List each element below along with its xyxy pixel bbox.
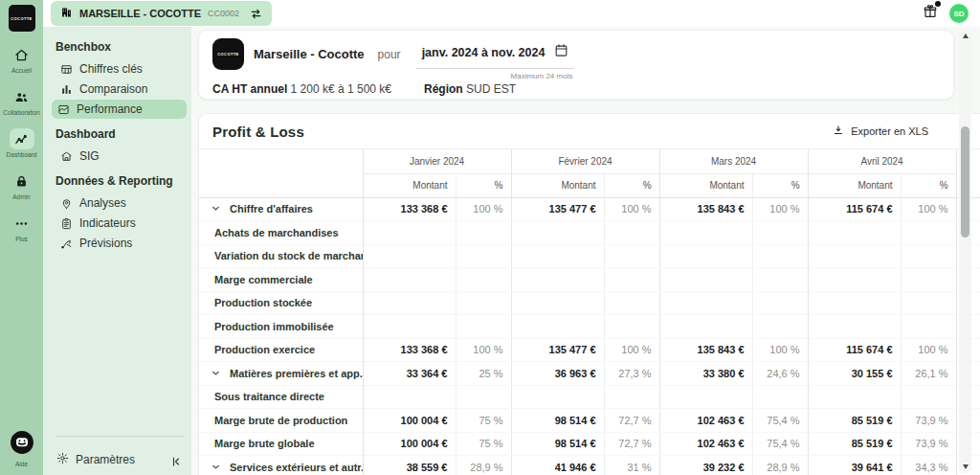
rail-item-plus[interactable]: Plus xyxy=(3,213,39,242)
row-label-cell[interactable]: Matières premières et app... xyxy=(199,362,363,386)
sidebar-item-indicateurs[interactable]: Indicateurs xyxy=(55,214,187,233)
amount-cell xyxy=(363,315,456,339)
percent-cell xyxy=(901,244,956,268)
table-row-production-stockee: Production stockée xyxy=(199,291,980,315)
pour-label: pour xyxy=(378,48,401,61)
left-rail: COCOTTE Accueil Collaboration Dashboard … xyxy=(0,0,43,475)
clipboard-icon xyxy=(60,217,73,230)
collapse-sidebar-button[interactable] xyxy=(170,454,182,471)
percent-cell: 100 % xyxy=(604,197,659,221)
row-label-cell[interactable]: Chiffre d'affaires xyxy=(199,197,363,221)
amount-cell xyxy=(511,244,604,268)
percent-header: % xyxy=(752,173,808,197)
percent-cell: 75 % xyxy=(456,432,511,456)
sidebar-section: Données & Reporting Analyses Indicateurs… xyxy=(43,167,191,253)
date-range-picker[interactable]: janv. 2024 à nov. 2024 Maximum 24 mois xyxy=(416,38,575,80)
app-logo[interactable]: COCOTTE xyxy=(9,5,35,32)
row-label-cell[interactable]: Services extérieurs et autr... xyxy=(199,456,363,475)
performance-icon xyxy=(57,103,70,116)
amount-header: Montant xyxy=(511,173,604,197)
amount-cell xyxy=(511,221,604,245)
scrollbar-thumb[interactable] xyxy=(961,126,969,238)
sidebar-item-comparaison[interactable]: Comparaison xyxy=(55,79,187,99)
vertical-scrollbar[interactable] xyxy=(959,29,971,473)
amount-cell: 36 963 € xyxy=(511,362,604,386)
amount-cell xyxy=(511,315,604,339)
amount-cell xyxy=(511,268,604,292)
gift-icon xyxy=(923,4,938,23)
section-heading: Données & Reporting xyxy=(43,167,191,192)
company-code: CC0002 xyxy=(208,9,239,18)
scroll-up-arrow[interactable] xyxy=(959,30,971,41)
lock-icon xyxy=(10,170,34,192)
pin-icon xyxy=(60,197,73,210)
row-label-cell: Sous traitance directe xyxy=(199,385,363,409)
amount-cell xyxy=(511,385,604,409)
table-row-variation-du-stock-de-marchan: Variation du stock de marchan... xyxy=(199,244,980,268)
percent-cell: 75 % xyxy=(456,409,511,433)
amount-header: Montant xyxy=(659,173,752,197)
percent-header: % xyxy=(901,173,956,197)
percent-cell xyxy=(604,315,659,339)
amount-cell: 85 519 € xyxy=(808,432,901,456)
main-content: COCOTTE Marseille - Cocotte pour janv. 2… xyxy=(191,27,980,475)
sidebar-item-sig[interactable]: SIG xyxy=(55,147,187,166)
help-button[interactable]: Aide xyxy=(0,430,43,467)
percent-cell xyxy=(604,385,659,409)
percent-cell: 27,3 % xyxy=(604,362,659,386)
percent-cell: 73,9 % xyxy=(901,409,956,433)
rail-item-admin[interactable]: Admin xyxy=(3,170,39,200)
table-row-production-exercice: Production exercice133 368 €100 %135 477… xyxy=(199,338,980,362)
amount-cell xyxy=(659,315,752,339)
date-range-hint: Maximum 24 mois xyxy=(416,72,575,80)
percent-cell xyxy=(752,291,808,315)
row-label-cell: Production exercice xyxy=(199,338,363,362)
rail-item-accueil[interactable]: Accueil xyxy=(3,44,39,74)
percent-cell: 31 % xyxy=(604,456,659,475)
settings-label: Paramètres xyxy=(76,453,135,466)
amount-cell: 39 641 € xyxy=(808,456,901,475)
row-label-cell: Marge brute globale xyxy=(199,432,363,456)
forecast-icon xyxy=(60,238,73,250)
sidebar-item-chiffres-cles[interactable]: Chiffres clés xyxy=(55,59,187,79)
percent-cell: 25 % xyxy=(456,362,511,386)
building-icon xyxy=(60,5,73,22)
sidebar-item-previsions[interactable]: Prévisions xyxy=(55,234,187,253)
label-column-header xyxy=(199,149,363,197)
company-selector[interactable]: MARSEILLE - COCOTTE CC0002 xyxy=(51,1,272,26)
rail-item-dashboard[interactable]: Dashboard xyxy=(3,128,39,158)
scroll-down-arrow[interactable] xyxy=(959,461,971,472)
whats-new-button[interactable] xyxy=(923,4,938,23)
month-header: Janvier 2024 xyxy=(363,149,511,173)
sidebar-item-performance[interactable]: Performance xyxy=(52,100,187,119)
percent-cell: 100 % xyxy=(604,338,659,362)
settings-button[interactable]: Paramètres xyxy=(43,452,191,467)
amount-cell: 100 004 € xyxy=(363,432,456,456)
percent-cell xyxy=(456,221,511,245)
profit-loss-card: Profit & Loss Exporter en XLS Janvier 20… xyxy=(198,113,980,475)
sidebar-item-label: Chiffres clés xyxy=(79,62,143,76)
amount-cell xyxy=(808,244,901,268)
sidebar-item-analyses[interactable]: Analyses xyxy=(55,193,187,213)
sidebar: Benchbox Chiffres clés Comparaison Perfo… xyxy=(43,27,191,475)
swap-company-icon[interactable] xyxy=(250,8,262,20)
amount-cell xyxy=(659,244,752,268)
amount-cell xyxy=(363,268,456,292)
amount-cell: 98 514 € xyxy=(511,432,604,456)
amount-cell xyxy=(511,291,604,315)
row-label-cell: Marge commerciale xyxy=(199,268,363,292)
calendar-icon xyxy=(554,43,568,61)
help-label: Aide xyxy=(15,461,28,467)
amount-header: Montant xyxy=(363,173,456,197)
people-icon xyxy=(10,86,34,107)
amount-cell xyxy=(363,291,456,315)
user-avatar[interactable]: SD xyxy=(949,4,969,23)
percent-cell xyxy=(456,244,511,268)
amount-cell: 135 477 € xyxy=(511,338,604,362)
rail-item-collaboration[interactable]: Collaboration xyxy=(3,86,39,116)
amount-cell: 33 364 € xyxy=(363,362,456,386)
amount-cell xyxy=(808,385,901,409)
export-xls-button[interactable]: Exporter en XLS xyxy=(833,124,928,138)
percent-cell: 100 % xyxy=(456,338,511,362)
annual-revenue-value: 1 200 k€ à 1 500 k€ xyxy=(291,82,391,96)
